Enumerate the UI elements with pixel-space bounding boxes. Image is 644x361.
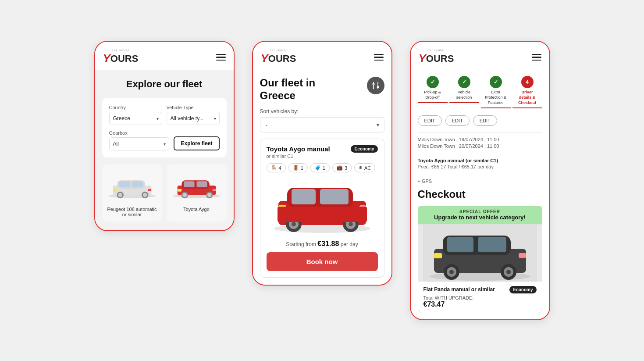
car-svg-white xyxy=(107,171,158,202)
booking-details: Milos Down Town | 19/07/2024 | 11:00 Mil… xyxy=(418,132,542,184)
upgrade-badge: Economy xyxy=(509,286,536,293)
explore-fleet-button[interactable]: Explore fleet xyxy=(174,136,219,150)
car-image-1 xyxy=(107,169,158,204)
feature-bags-small: 🧳 1 xyxy=(310,163,330,172)
svg-point-6 xyxy=(118,193,122,197)
svg-point-55 xyxy=(506,270,511,274)
edit-button-3[interactable]: EDIT xyxy=(473,115,497,126)
svg-rect-49 xyxy=(519,253,526,258)
logo-y-3: Y xyxy=(419,52,426,65)
economy-badge: Economy xyxy=(351,145,377,153)
sort-select[interactable]: - xyxy=(260,117,384,132)
booking-car: Toyota Aygo manual (or similar C1) xyxy=(418,158,542,163)
screen1-logo: car rental Y OURS xyxy=(103,49,139,65)
svg-rect-3 xyxy=(119,182,130,188)
book-now-button[interactable]: Book now xyxy=(267,252,378,271)
filter-icon xyxy=(371,81,380,90)
logo-car-rental-3: car rental xyxy=(419,49,454,52)
screen1-header: car rental Y OURS xyxy=(95,42,234,70)
doors-count: 1 xyxy=(301,165,303,171)
logo-text-1: Y OURS xyxy=(103,52,139,65)
svg-point-19 xyxy=(207,193,211,197)
seats-count: 4 xyxy=(279,165,281,171)
fleet-title-text: Our fleet in Greece xyxy=(260,77,316,102)
svg-rect-9 xyxy=(113,189,117,192)
vehicle-similar: or similar C1 xyxy=(267,154,378,159)
vehicle-card-header: Toyota Aygo manual Economy xyxy=(267,145,378,153)
vehicle-type-label: Vehicle Type xyxy=(167,105,220,110)
screen3-phone: car rental Y OURS ✓ Pick-up &Drop-off ✓ xyxy=(410,41,550,320)
upgrade-card: Fiat Panda manual or similar Economy Tot… xyxy=(418,224,542,313)
edit-button-1[interactable]: EDIT xyxy=(418,115,442,126)
step-2-label: Vehicleselection xyxy=(456,90,472,100)
svg-rect-41 xyxy=(278,207,367,222)
screens-container: car rental Y OURS Explore our fleet Coun… xyxy=(94,41,550,320)
svg-rect-48 xyxy=(434,253,442,258)
steps-row: ✓ Pick-up &Drop-off ✓ Vehicleselection ✓… xyxy=(418,76,542,108)
feature-seats: 🪑 4 xyxy=(267,163,286,172)
filter-row-top: Country Greece Vehicle Type All vehicle … xyxy=(109,105,220,125)
fleet-title-line2: Greece xyxy=(260,89,295,101)
fleet-title: Our fleet in Greece xyxy=(260,77,316,102)
step-3-label: ExtraProtection &Features xyxy=(485,90,506,105)
step-2: ✓ Vehicleselection xyxy=(449,76,479,108)
screen1-phone: car rental Y OURS Explore our fleet Coun… xyxy=(94,41,235,231)
vehicle-svg-red xyxy=(270,177,375,234)
step-1-underline xyxy=(418,102,448,103)
upgrade-footer: Fiat Panda manual or similar Economy Tot… xyxy=(418,282,542,313)
car-name-1: Peugeot 108 automatic or similar xyxy=(107,207,158,217)
vehicle-features: 🪑 4 🚪 1 🧳 1 💼 3 xyxy=(267,163,378,172)
bags-small-count: 1 xyxy=(323,165,325,171)
vehicle-type-select[interactable]: All vehicle ty... xyxy=(167,112,220,125)
vehicle-image-container xyxy=(267,177,378,236)
logo-ours-3: OURS xyxy=(426,53,454,64)
vehicle-card: Toyota Aygo manual Economy or similar C1… xyxy=(260,139,384,278)
svg-rect-15 xyxy=(196,182,207,188)
screen1-title: Explore our fleet xyxy=(102,79,227,90)
special-offer-section: SPECIAL OFFER Upgrade to next vehicle ca… xyxy=(418,206,542,313)
bags-large-count: 3 xyxy=(345,165,347,171)
special-offer-text: Upgrade to next vehicle category! xyxy=(421,214,539,221)
logo-car-rental-2: car rental xyxy=(261,49,296,52)
svg-rect-47 xyxy=(478,237,506,252)
country-select[interactable]: Greece xyxy=(109,112,162,125)
screen2-header: car rental Y OURS xyxy=(253,42,391,70)
step-4-label: Driverdetails &Checkout xyxy=(518,90,536,105)
step-2-underline xyxy=(449,102,479,103)
step-4: 4 Driverdetails &Checkout xyxy=(512,76,542,108)
svg-rect-20 xyxy=(177,189,181,192)
svg-point-52 xyxy=(449,270,454,274)
step-3: ✓ ExtraProtection &Features xyxy=(481,76,511,108)
svg-point-22 xyxy=(373,83,374,85)
fleet-header: Our fleet in Greece xyxy=(260,77,384,102)
screen3-logo: car rental Y OURS xyxy=(419,49,454,65)
gearbox-select[interactable]: All xyxy=(109,137,170,150)
filter-icon-button[interactable] xyxy=(367,77,384,94)
gearbox-select-wrapper: All xyxy=(109,137,170,150)
edit-button-2[interactable]: EDIT xyxy=(445,115,470,126)
logo-y-1: Y xyxy=(103,52,110,65)
edit-row: EDIT EDIT EDIT xyxy=(418,115,542,126)
screen1-body: Explore our fleet Country Greece Vehicle… xyxy=(95,70,234,230)
sort-label: Sort vehicles by: xyxy=(260,108,384,114)
svg-rect-46 xyxy=(447,237,473,252)
fleet-title-line1: Our fleet in xyxy=(260,77,316,89)
svg-rect-31 xyxy=(292,189,316,204)
upgrade-car-image xyxy=(418,225,542,282)
upgrade-total-label: Total WITH UPGRADE: xyxy=(423,295,537,300)
hamburger-menu-1[interactable] xyxy=(216,54,226,61)
hamburger-menu-2[interactable] xyxy=(374,54,384,61)
vehicle-type-select-wrapper: All vehicle ty... xyxy=(167,112,220,125)
vehicle-type-group: Vehicle Type All vehicle ty... xyxy=(167,105,220,125)
door-icon: 🚪 xyxy=(293,165,299,171)
step-3-underline xyxy=(481,107,511,108)
step-1-circle: ✓ xyxy=(427,76,439,88)
car-svg-red xyxy=(171,171,222,202)
feature-doors: 🚪 1 xyxy=(288,163,308,172)
step-1: ✓ Pick-up &Drop-off xyxy=(418,76,448,108)
hamburger-menu-3[interactable] xyxy=(532,54,541,61)
feature-ac: ❄ AC xyxy=(354,163,375,172)
vehicle-price: €31.88 xyxy=(317,240,339,247)
logo-text-3: Y OURS xyxy=(419,52,454,65)
booking-line-1: Milos Down Town | 19/07/2024 | 11:00 xyxy=(418,137,542,142)
